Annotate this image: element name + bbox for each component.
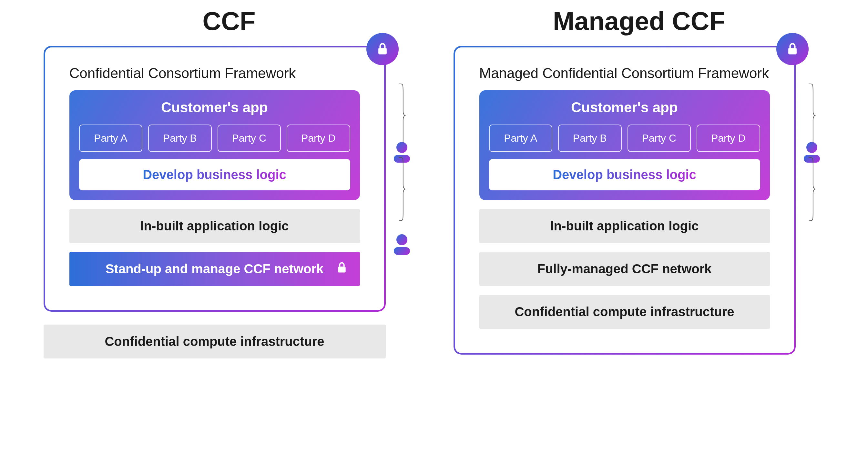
bracket-icon xyxy=(395,157,409,221)
party-a: Party A xyxy=(489,125,553,152)
ccf-app-title: Customer's app xyxy=(79,99,350,116)
managed-ccf-panel: Managed CCF Managed Confidential Consort… xyxy=(454,6,825,355)
ccf-manage-bar: Stand-up and manage CCF network xyxy=(69,252,360,286)
managed-ccf-inbuilt-bar: In-built application logic xyxy=(479,209,770,243)
ccf-panel-row: Confidential Consortium Framework Custom… xyxy=(43,46,415,358)
managed-ccf-panel-row: Managed Confidential Consortium Framewor… xyxy=(454,46,825,355)
ccf-framework-header: Confidential Consortium Framework xyxy=(69,65,360,81)
diagram-container: CCF Confidential Consortium Framework Cu… xyxy=(13,6,855,358)
ccf-inbuilt-bar: In-built application logic xyxy=(69,209,360,243)
managed-ccf-framework-header: Managed Confidential Consortium Framewor… xyxy=(479,65,770,81)
bracket-icon xyxy=(805,83,819,148)
ccf-title: CCF xyxy=(203,6,255,36)
lock-icon xyxy=(776,33,809,65)
managed-ccf-develop-text: Develop business logic xyxy=(553,167,696,182)
ccf-infra-bar: Confidential compute infrastructure xyxy=(43,325,386,358)
ccf-app-box: Customer's app Party A Party B Party C P… xyxy=(69,90,360,200)
ccf-party-row: Party A Party B Party C Party D xyxy=(79,125,350,152)
svg-rect-1 xyxy=(338,266,345,272)
svg-rect-0 xyxy=(378,48,387,54)
managed-ccf-stack: Managed Confidential Consortium Framewor… xyxy=(454,46,796,355)
bracket-icon xyxy=(395,83,409,148)
managed-ccf-party-row: Party A Party B Party C Party D xyxy=(489,125,760,152)
ccf-panel: CCF Confidential Consortium Framework Cu… xyxy=(43,6,415,358)
managed-ccf-manage-bar: Fully-managed CCF network xyxy=(479,252,770,286)
bracket-icon xyxy=(805,157,819,221)
svg-rect-2 xyxy=(788,48,797,54)
party-c: Party C xyxy=(218,125,281,152)
managed-ccf-app-box: Customer's app Party A Party B Party C P… xyxy=(479,90,770,200)
managed-ccf-framework-box: Managed Confidential Consortium Framewor… xyxy=(454,46,796,355)
ccf-develop-text: Develop business logic xyxy=(143,167,286,182)
ccf-side-annotations xyxy=(389,46,415,255)
lock-icon xyxy=(366,33,399,65)
party-a: Party A xyxy=(79,125,143,152)
party-c: Party C xyxy=(627,125,691,152)
party-b: Party B xyxy=(148,125,212,152)
party-b: Party B xyxy=(558,125,622,152)
ccf-manage-text: Stand-up and manage CCF network xyxy=(105,262,324,276)
ccf-framework-box: Confidential Consortium Framework Custom… xyxy=(43,46,386,312)
managed-ccf-side-annotations xyxy=(799,46,825,221)
lock-icon xyxy=(335,261,348,277)
party-d: Party D xyxy=(287,125,350,152)
managed-ccf-title: Managed CCF xyxy=(553,6,725,36)
managed-ccf-infra-bar: Confidential compute infrastructure xyxy=(479,295,770,329)
managed-ccf-develop-bar: Develop business logic xyxy=(489,159,760,190)
person-icon xyxy=(394,234,410,255)
managed-ccf-app-title: Customer's app xyxy=(489,99,760,116)
party-d: Party D xyxy=(696,125,760,152)
ccf-stack: Confidential Consortium Framework Custom… xyxy=(43,46,386,358)
ccf-develop-bar: Develop business logic xyxy=(79,159,350,190)
